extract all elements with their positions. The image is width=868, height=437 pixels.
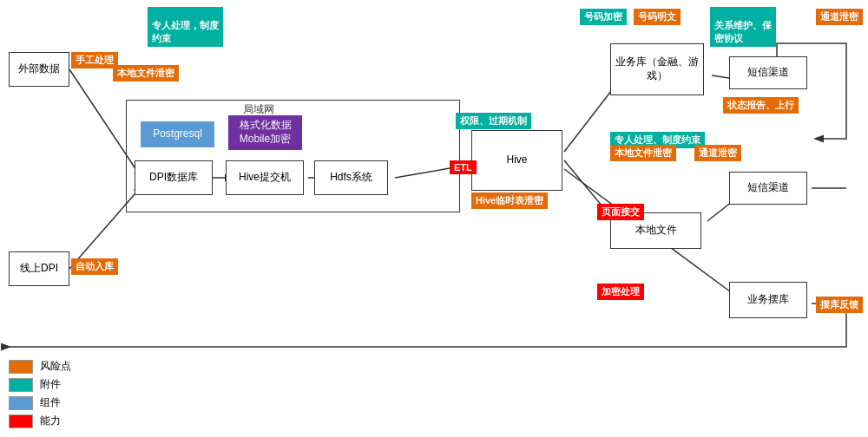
node-sms-channel1: 短信渠道	[729, 56, 807, 89]
tag-local-file-enc1: 本地文件泄密	[113, 65, 179, 82]
legend: 风险点 附件 组件 能力	[9, 359, 71, 428]
tag-encrypt: 号码加密	[580, 9, 627, 25]
legend-item-component: 组件	[9, 395, 71, 410]
tag-local-file-enc2: 本地文件泄密	[610, 145, 676, 161]
tag-manual-process: 手工处理	[71, 52, 118, 68]
tag-etl: ETL	[450, 160, 477, 174]
tag-relation-maint: 关系维护、保 密协议	[710, 7, 776, 47]
tag-status-report: 状态报告、上行	[723, 97, 799, 114]
tag-hive-temp-enc: Hive临时表泄密	[471, 192, 548, 209]
tag-channel-enc2: 通道泄密	[694, 145, 741, 161]
tag-channel-enc1: 通道泄密	[816, 9, 863, 25]
legend-color-risk	[9, 360, 33, 374]
node-postgresql: Postgresql	[141, 121, 214, 147]
node-external-data: 外部数据	[9, 52, 69, 87]
tag-encrypt-proc: 加密处理	[597, 284, 644, 300]
legend-color-attachment	[9, 378, 33, 392]
legend-item-attachment: 附件	[9, 377, 71, 392]
node-hive-engine: Hive提交机	[226, 160, 304, 195]
node-online-dpi: 线上DPI	[9, 251, 69, 286]
tag-page-access: 页面接交	[597, 204, 644, 220]
node-sms-channel2: 短信渠道	[729, 172, 807, 205]
legend-item-capability: 能力	[9, 414, 71, 428]
tag-auto-import: 自动入库	[71, 258, 118, 275]
diagram: 局域网 外部数据 线上DPI DPI数据库 Hive提交机 Hdfs系统 Pos…	[0, 0, 868, 373]
tag-decrypt: 号码明文	[634, 9, 681, 25]
legend-color-capability	[9, 414, 33, 428]
legend-item-risk: 风险点	[9, 359, 71, 374]
node-hive-main: Hive	[471, 130, 562, 191]
node-biz-warehouse: 业务摆库	[729, 282, 807, 318]
tag-permission-exp: 权限、过期机制	[456, 113, 531, 129]
node-biz-bank: 业务库（金融、游戏）	[610, 43, 704, 95]
tag-dedicated-proc: 专人处理，制度 约束	[148, 7, 223, 47]
legend-color-component	[9, 396, 33, 410]
tag-db-feedback: 摆库反馈	[816, 297, 863, 313]
node-dpi-db: DPI数据库	[135, 160, 213, 195]
node-mobile-enc: 格式化数据 Mobile加密	[228, 115, 302, 150]
node-hdfs: Hdfs系统	[314, 160, 388, 195]
